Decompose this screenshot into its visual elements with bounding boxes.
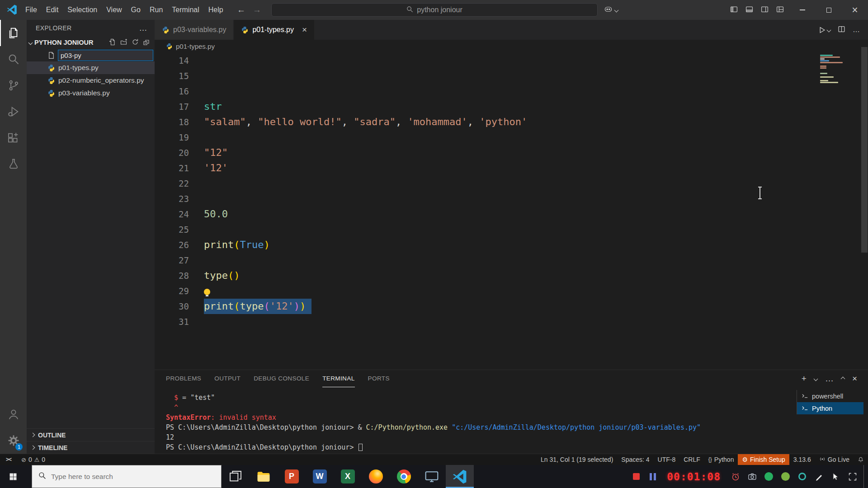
toggle-secondary-sidebar-icon[interactable] bbox=[761, 5, 769, 15]
editor-scrollbar[interactable] bbox=[861, 47, 868, 253]
new-terminal-icon[interactable]: + bbox=[802, 374, 807, 384]
activity-testing-icon[interactable] bbox=[0, 151, 27, 177]
language-mode[interactable]: {} Python bbox=[704, 454, 738, 465]
run-button[interactable] bbox=[818, 26, 830, 34]
chrome-icon[interactable] bbox=[390, 465, 418, 488]
code-line-31[interactable]: 31 bbox=[155, 314, 868, 329]
powerpoint-icon[interactable]: P bbox=[278, 465, 306, 488]
code-line-14[interactable]: 14 bbox=[155, 53, 868, 68]
toggle-sidebar-icon[interactable] bbox=[730, 5, 738, 15]
python-version-status[interactable]: 3.13.6 bbox=[789, 454, 815, 465]
indentation-status[interactable]: Spaces: 4 bbox=[617, 454, 653, 465]
nav-forward-icon[interactable]: → bbox=[253, 5, 261, 15]
toggle-panel-icon[interactable] bbox=[745, 5, 753, 15]
encoding-status[interactable]: UTF-8 bbox=[654, 454, 680, 465]
code-line-26[interactable]: 26print(True) bbox=[155, 237, 868, 253]
breadcrumb[interactable]: p01-types.py bbox=[155, 40, 868, 53]
explorer-more-icon[interactable]: … bbox=[139, 23, 147, 33]
tab-p03-variables.py[interactable]: p03-variables.py bbox=[155, 20, 234, 40]
code-line-27[interactable]: 27 bbox=[155, 253, 868, 268]
menu-item-terminal[interactable]: Terminal bbox=[167, 6, 203, 14]
terminal-output[interactable]: $ = "test" ^SyntaxError: invalid syntaxP… bbox=[166, 393, 791, 453]
terminal-dropdown-icon[interactable] bbox=[813, 376, 818, 381]
menu-item-run[interactable]: Run bbox=[145, 6, 167, 14]
minimap[interactable] bbox=[818, 54, 860, 122]
menu-item-view[interactable]: View bbox=[102, 6, 126, 14]
cursor-position[interactable]: Ln 31, Col 1 (19 selected) bbox=[537, 454, 617, 465]
menu-item-go[interactable]: Go bbox=[127, 6, 145, 14]
folder-section-header[interactable]: PYTHON JONIOUR bbox=[27, 36, 155, 49]
terminal-item-Python[interactable]: Python bbox=[797, 402, 863, 414]
show-desktop-button[interactable] bbox=[863, 465, 868, 488]
task-view-button[interactable] bbox=[222, 465, 250, 488]
code-line-15[interactable]: 15 bbox=[155, 68, 868, 84]
terminal-item-powershell[interactable]: powershell bbox=[797, 390, 863, 402]
refresh-icon[interactable] bbox=[132, 38, 139, 47]
tray-expand-icon[interactable] bbox=[844, 465, 861, 488]
code-line-16[interactable]: 16 bbox=[155, 84, 868, 99]
tray-clock-icon[interactable] bbox=[727, 465, 744, 488]
taskbar-search[interactable] bbox=[32, 465, 222, 488]
tray-pen-icon[interactable] bbox=[811, 465, 827, 488]
tray-green-app-icon[interactable] bbox=[760, 465, 777, 488]
activity-explorer-icon[interactable] bbox=[0, 20, 27, 46]
code-line-22[interactable]: 22 bbox=[155, 176, 868, 191]
remote-indicator[interactable]: >< bbox=[0, 454, 17, 465]
taskbar-search-input[interactable] bbox=[51, 473, 200, 481]
menu-item-help[interactable]: Help bbox=[204, 6, 228, 14]
outline-section[interactable]: OUTLINE bbox=[27, 428, 155, 441]
maximize-panel-icon[interactable] bbox=[840, 376, 845, 381]
start-button[interactable] bbox=[0, 465, 26, 488]
code-line-17[interactable]: 17str bbox=[155, 99, 868, 114]
eol-status[interactable]: CRLF bbox=[679, 454, 704, 465]
file-item-p02-numberic_operators.py[interactable]: p02-numberic_operators.py bbox=[27, 74, 155, 87]
activity-run-debug-icon[interactable] bbox=[0, 99, 27, 125]
activity-extensions-icon[interactable] bbox=[0, 125, 27, 151]
collapse-folders-icon[interactable] bbox=[143, 38, 150, 47]
finish-setup-button[interactable]: ⚙ Finish Setup bbox=[738, 454, 789, 465]
settings-gear-icon[interactable]: 1 bbox=[0, 427, 27, 454]
code-line-18[interactable]: 18"salam", "hello world!", "sadra", 'moh… bbox=[155, 114, 868, 130]
activity-source-control-icon[interactable] bbox=[0, 72, 27, 99]
tab-close-icon[interactable]: × bbox=[302, 25, 307, 35]
panel-tab-terminal[interactable]: TERMINAL bbox=[322, 370, 354, 387]
file-item-p01-types.py[interactable]: p01-types.py bbox=[27, 61, 155, 74]
notifications-bell-icon[interactable] bbox=[854, 454, 868, 465]
screen-share-icon[interactable] bbox=[418, 465, 446, 488]
new-folder-icon[interactable] bbox=[120, 38, 127, 47]
nav-back-icon[interactable]: ← bbox=[237, 5, 245, 15]
pause-recording-button[interactable] bbox=[650, 473, 656, 480]
problems-status[interactable]: ⊘ 0 ⚠ 0 bbox=[17, 454, 49, 465]
stop-recording-button[interactable] bbox=[633, 473, 640, 480]
code-line-19[interactable]: 19 bbox=[155, 130, 868, 145]
code-line-25[interactable]: 25 bbox=[155, 222, 868, 237]
close-panel-icon[interactable]: × bbox=[852, 374, 857, 384]
account-icon[interactable] bbox=[0, 401, 27, 427]
maximize-button[interactable] bbox=[816, 0, 842, 20]
panel-more-icon[interactable]: … bbox=[825, 374, 834, 384]
excel-icon[interactable]: X bbox=[334, 465, 362, 488]
file-item-p03-variables.py[interactable]: p03-variables.py bbox=[27, 87, 155, 99]
copilot-button[interactable] bbox=[604, 0, 618, 20]
word-icon[interactable]: W bbox=[306, 465, 334, 488]
code-line-24[interactable]: 2450.0 bbox=[155, 206, 868, 222]
rename-input[interactable] bbox=[58, 50, 153, 61]
vscode-taskbar-icon[interactable] bbox=[446, 465, 474, 488]
panel-tab-debug-console[interactable]: DEBUG CONSOLE bbox=[254, 370, 309, 387]
menu-item-selection[interactable]: Selection bbox=[63, 6, 102, 14]
tab-p01-types.py[interactable]: p01-types.py× bbox=[234, 20, 315, 40]
code-line-20[interactable]: 20"12" bbox=[155, 145, 868, 160]
editor[interactable]: 14151617str18"salam", "hello world!", "s… bbox=[155, 53, 868, 370]
tray-camera-icon[interactable] bbox=[744, 465, 760, 488]
panel-tab-ports[interactable]: PORTS bbox=[368, 370, 390, 387]
code-line-29[interactable]: 29 bbox=[155, 283, 868, 299]
code-line-21[interactable]: 21'12' bbox=[155, 160, 868, 176]
editor-more-icon[interactable]: … bbox=[853, 26, 860, 34]
lightbulb-icon[interactable] bbox=[204, 289, 210, 295]
code-line-30[interactable]: 30print(type('12')) bbox=[155, 299, 868, 314]
tray-green-app-icon-2[interactable] bbox=[777, 465, 794, 488]
new-file-icon[interactable] bbox=[109, 38, 116, 47]
go-live-button[interactable]: Go Live bbox=[815, 454, 854, 465]
vscode-logo-icon[interactable] bbox=[7, 5, 17, 15]
menu-item-edit[interactable]: Edit bbox=[42, 6, 63, 14]
